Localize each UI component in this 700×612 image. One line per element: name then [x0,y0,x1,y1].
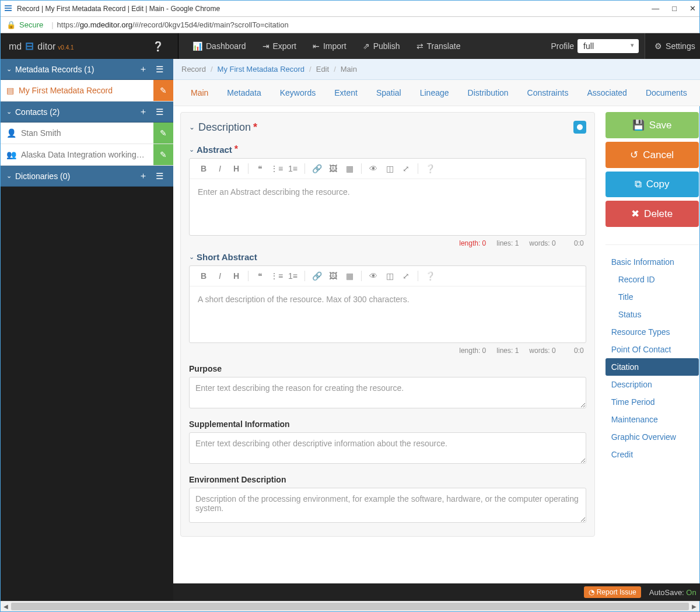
cancel-button[interactable]: ↺Cancel [606,142,699,168]
short-abstract-header[interactable]: ⌄Short Abstract [189,252,586,262]
scroll-thumb[interactable] [11,603,689,610]
nav-dashboard[interactable]: 📊Dashboard [184,33,254,59]
quote-icon[interactable]: ❝ [252,271,268,281]
section-nav-item[interactable]: Status [606,306,699,323]
gear-icon: ⚙ [654,41,662,51]
header-icon[interactable]: H [228,271,244,281]
breadcrumb-record-name[interactable]: My First Metadata Record [218,65,305,74]
side-by-side-icon[interactable]: ◫ [382,271,398,281]
tab-lineage[interactable]: Lineage [411,80,459,106]
plus-icon[interactable]: ＋ [135,106,151,117]
sidebar-contact-item[interactable]: 👥Alaska Data Integration working… ✎ [1,144,173,166]
image-icon[interactable]: 🖼 [325,271,341,281]
nav-export[interactable]: ⇥Export [254,33,304,59]
url-text[interactable]: https://go.mdeditor.org/#/record/0kgv15d… [57,20,289,29]
plus-icon[interactable]: ＋ [135,170,151,181]
list-icon[interactable]: ☰ [151,64,167,75]
close-icon[interactable]: ✕ [690,4,696,13]
abstract-header[interactable]: ⌄Abstract* [189,144,586,155]
table-icon[interactable]: ▦ [341,164,358,173]
help-icon[interactable]: ❔ [151,41,165,52]
fullscreen-icon[interactable]: ⤢ [398,271,414,281]
sidebar-contact-item[interactable]: 👤Stan Smith ✎ [1,123,173,144]
section-nav-item[interactable]: Graphic Overview [606,428,699,446]
delete-button[interactable]: ✖Delete [606,201,699,227]
list-icon[interactable]: ☰ [151,171,167,181]
guide-icon[interactable]: ❔ [422,271,438,281]
tab-metadata[interactable]: Metadata [218,80,270,106]
scroll-right-icon[interactable]: ▶ [689,601,699,611]
tab-keywords[interactable]: Keywords [271,80,325,106]
nav-publish[interactable]: ⇗Publish [355,33,408,59]
nav-import[interactable]: ⇤Import [304,33,355,59]
quote-icon[interactable]: ❝ [252,164,268,173]
preview-icon[interactable]: 👁 [365,271,382,281]
section-nav-item[interactable]: Description [606,376,699,393]
pencil-icon[interactable]: ✎ [153,144,173,165]
ul-icon[interactable]: ⋮≡ [268,271,285,281]
nav-settings[interactable]: ⚙Settings [645,41,700,51]
section-nav-item[interactable]: Time Period [606,393,699,411]
tab-extent[interactable]: Extent [325,80,367,106]
nav-translate[interactable]: ⇄Translate [408,33,469,59]
list-icon[interactable]: ☰ [151,107,167,117]
horizontal-scrollbar[interactable]: ◀ ▶ [1,601,699,611]
secure-label: Secure [19,20,43,29]
maximize-icon[interactable]: □ [672,4,677,13]
sidebar-dictionaries-header[interactable]: ⌄ Dictionaries (0) ＋ ☰ [1,166,173,187]
sidebar-record-item[interactable]: ▤My First Metadata Record ✎ [1,80,173,102]
italic-icon[interactable]: I [212,164,228,173]
address-bar: 🔒 Secure | https://go.mdeditor.org/#/rec… [1,17,699,33]
tab-main[interactable]: Main [181,80,218,106]
guide-icon[interactable]: ❔ [422,164,438,173]
breadcrumb-edit[interactable]: Edit [316,65,329,74]
purpose-field[interactable] [189,377,586,408]
ol-icon[interactable]: 1≡ [285,271,301,281]
section-nav-item[interactable]: Resource Types [606,323,699,341]
abstract-textarea[interactable]: Enter an Abstract describing the resourc… [190,179,586,235]
plus-icon[interactable]: ＋ [135,64,151,75]
bold-icon[interactable]: B [195,271,212,281]
tab-spatial[interactable]: Spatial [367,80,411,106]
ul-icon[interactable]: ⋮≡ [268,164,285,173]
link-icon[interactable]: 🔗 [309,271,325,281]
header-icon[interactable]: H [228,164,244,173]
section-nav-item[interactable]: Maintenance [606,411,699,428]
section-nav-item[interactable]: Basic Information [606,253,699,271]
profile-select[interactable]: full [578,39,639,53]
save-button[interactable]: 💾Save [606,112,699,138]
description-panel: ⌄ Description * ⌄Abstract* B I [180,112,595,537]
tab-constraints[interactable]: Constraints [518,80,578,106]
report-issue-button[interactable]: ◔Report Issue [584,586,641,598]
bold-icon[interactable]: B [195,164,212,173]
pencil-icon[interactable]: ✎ [153,123,173,144]
section-nav-item[interactable]: Record ID [606,271,699,288]
sidebar-records-header[interactable]: ⌄ Metadata Records (1) ＋ ☰ [1,59,173,80]
link-icon[interactable]: 🔗 [309,164,325,173]
sidebar-contacts-header[interactable]: ⌄ Contacts (2) ＋ ☰ [1,102,173,123]
scroll-left-icon[interactable]: ◀ [1,601,11,611]
pencil-icon[interactable]: ✎ [153,80,173,101]
environment-field[interactable] [189,488,586,523]
table-icon[interactable]: ▦ [341,271,358,281]
breadcrumb-record[interactable]: Record [181,65,206,74]
section-nav-item[interactable]: Point Of Contact [606,341,699,358]
copy-button[interactable]: ⧉Copy [606,172,699,197]
section-nav-item[interactable]: Citation [606,358,699,376]
short-abstract-textarea[interactable]: A short description of the resource. Max… [190,286,586,342]
minimize-icon[interactable]: — [652,4,659,13]
fullscreen-icon[interactable]: ⤢ [398,164,414,173]
tab-associated[interactable]: Associated [578,80,636,106]
preview-icon[interactable]: 👁 [365,164,382,173]
tab-documents[interactable]: Documents [636,80,696,106]
side-by-side-icon[interactable]: ◫ [382,164,398,173]
scroll-target-icon[interactable] [573,121,586,134]
supplemental-field[interactable] [189,432,586,464]
ol-icon[interactable]: 1≡ [285,164,301,173]
tab-distribution[interactable]: Distribution [459,80,518,106]
description-header[interactable]: ⌄ Description * [189,118,586,139]
image-icon[interactable]: 🖼 [325,164,341,173]
section-nav-item[interactable]: Title [606,288,699,306]
italic-icon[interactable]: I [212,271,228,281]
section-nav-item[interactable]: Credit [606,446,699,463]
